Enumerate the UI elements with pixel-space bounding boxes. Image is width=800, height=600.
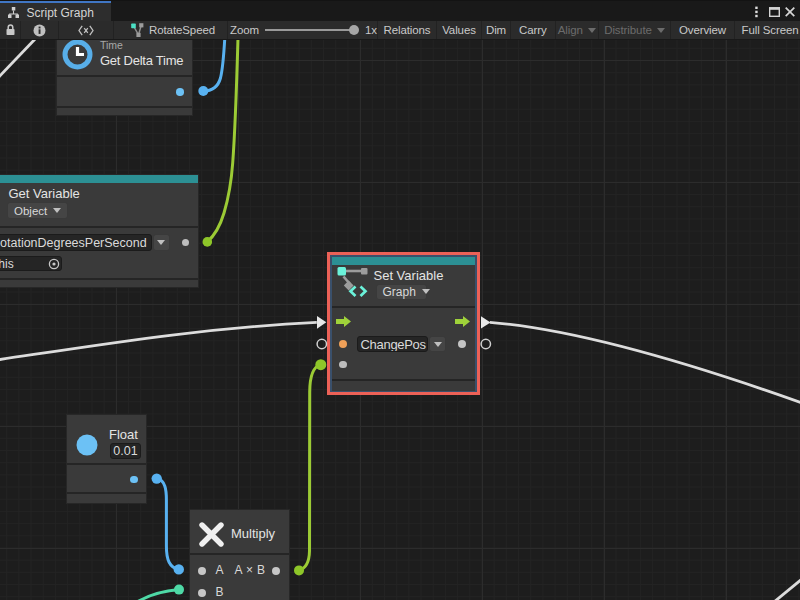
flow-output-port[interactable] xyxy=(455,316,470,327)
output-port-axb[interactable] xyxy=(272,567,280,575)
multiply-icon xyxy=(199,522,224,547)
chevron-down-icon xyxy=(588,28,596,33)
input-port-name[interactable] xyxy=(339,340,347,348)
output-port-float[interactable] xyxy=(130,476,138,484)
graph-variable-icon xyxy=(336,266,371,298)
graph-name: RotateSpeed xyxy=(149,24,215,36)
node-divider xyxy=(0,278,198,280)
toolbar-button-label: Values xyxy=(442,24,476,36)
code-brackets-icon xyxy=(78,25,94,36)
node-title: Multiply xyxy=(231,526,275,541)
node-divider xyxy=(57,75,192,77)
zoom-label: Zoom xyxy=(230,24,259,36)
script-graph-window: Time Get Delta Time Get Variable Object … xyxy=(0,0,800,600)
close-icon[interactable] xyxy=(785,1,795,22)
toolbar-button-relations[interactable]: Relations xyxy=(378,21,437,39)
float-value-field[interactable]: 0.01 xyxy=(110,443,141,459)
node-float[interactable]: Float 0.01 xyxy=(66,414,147,504)
toolbar-button-dim[interactable]: Dim xyxy=(482,21,511,39)
output-port-value[interactable] xyxy=(182,239,190,247)
output-port-delta-time[interactable] xyxy=(176,88,184,96)
chevron-down-icon xyxy=(434,342,442,347)
node-title: Get Variable xyxy=(9,186,80,201)
output-port-value[interactable] xyxy=(458,340,466,348)
variable-name-field[interactable]: RotationDegreesPerSecond xyxy=(0,234,152,251)
zoom-value: 1x xyxy=(365,24,377,36)
port-label-axb: A × B xyxy=(235,563,266,577)
node-divider xyxy=(67,492,146,494)
node-divider xyxy=(67,463,146,465)
port-label-a: A xyxy=(216,563,224,577)
field-value: RotationDegreesPerSecond xyxy=(0,236,147,250)
toolbar-button-label: Dim xyxy=(486,24,506,36)
field-value: ChangePos xyxy=(361,337,426,352)
info-button[interactable] xyxy=(21,21,59,39)
node-title: Set Variable xyxy=(374,268,444,283)
graph-toolbar: RotateSpeed Zoom 1x RelationsValuesDimCa… xyxy=(0,21,800,40)
toolbar-button-label: Relations xyxy=(383,24,430,36)
tab-script-graph[interactable]: Script Graph xyxy=(0,1,111,22)
graph-hierarchy-icon xyxy=(8,7,19,18)
variable-name-dropdown-button[interactable] xyxy=(153,234,170,251)
maximize-icon[interactable] xyxy=(769,1,780,22)
node-get-delta-time[interactable]: Time Get Delta Time xyxy=(56,30,193,116)
object-picker-icon[interactable] xyxy=(48,258,60,270)
info-icon xyxy=(33,24,46,37)
toolbar-button-label: Align xyxy=(558,24,583,36)
input-port-b[interactable] xyxy=(198,589,206,597)
toolbar-button-full-screen[interactable]: Full Screen xyxy=(735,21,800,39)
chevron-down-icon xyxy=(157,240,165,245)
toolbar-button-values[interactable]: Values xyxy=(437,21,482,39)
variables-button[interactable] xyxy=(59,21,114,39)
toolbar-button-label: Distribute xyxy=(604,24,652,36)
variable-kind-label: Graph xyxy=(383,285,416,299)
node-divider xyxy=(332,306,476,308)
graph-breadcrumb[interactable]: RotateSpeed xyxy=(114,21,228,39)
input-port-value[interactable] xyxy=(339,361,347,369)
chevron-down-icon xyxy=(53,208,61,213)
variable-kind-label: Object xyxy=(14,205,47,217)
clock-icon xyxy=(62,39,93,70)
toolbar-button-distribute[interactable]: Distribute xyxy=(599,21,671,39)
variable-kind-dropdown[interactable]: Graph xyxy=(376,284,427,300)
toolbar-button-label: Carry xyxy=(519,24,547,36)
toolbar-button-overview[interactable]: Overview xyxy=(671,21,735,39)
field-value: 0.01 xyxy=(113,444,137,458)
chevron-down-icon xyxy=(422,289,430,294)
float-icon xyxy=(76,434,98,456)
chevron-down-icon xyxy=(657,28,665,33)
node-divider xyxy=(332,379,476,381)
node-multiply[interactable]: Multiply A A × B B xyxy=(189,509,290,600)
zoom-knob[interactable] xyxy=(349,25,359,35)
toolbar-button-group: RelationsValuesDimCarryAlignDistributeOv… xyxy=(378,21,800,39)
node-set-variable[interactable]: Set Variable Graph ChangePos xyxy=(332,257,476,391)
variable-name-dropdown-button[interactable] xyxy=(429,336,446,352)
window-tab-bar: Script Graph xyxy=(0,0,800,21)
node-title: Get Delta Time xyxy=(100,53,183,68)
kebab-menu-icon[interactable] xyxy=(755,1,758,22)
tab-label: Script Graph xyxy=(27,6,94,20)
node-divider xyxy=(190,553,289,555)
toolbar-button-label: Full Screen xyxy=(741,24,798,36)
flow-input-port[interactable] xyxy=(336,316,351,327)
variable-kind-dropdown[interactable]: Object xyxy=(7,202,68,219)
variable-node-header-strip xyxy=(332,257,476,265)
variable-name-field[interactable]: ChangePos xyxy=(357,336,428,352)
toolbar-button-align[interactable]: Align xyxy=(556,21,600,39)
node-get-variable[interactable]: Get Variable Object RotationDegreesPerSe… xyxy=(0,174,199,288)
node-title: Float xyxy=(109,427,138,442)
zoom-control: Zoom 1x xyxy=(228,21,378,39)
lock-icon xyxy=(5,24,16,36)
toolbar-button-label: Overview xyxy=(679,24,726,36)
zoom-slider[interactable] xyxy=(265,29,355,31)
input-port-a[interactable] xyxy=(198,567,206,575)
port-label-b: B xyxy=(216,585,224,599)
field-value: This xyxy=(0,257,14,271)
node-divider xyxy=(57,106,192,108)
script-graph-asset-icon xyxy=(131,23,144,38)
lock-button[interactable] xyxy=(0,21,21,39)
node-divider xyxy=(0,226,198,228)
variable-node-header-strip xyxy=(0,175,198,183)
toolbar-button-carry[interactable]: Carry xyxy=(511,21,556,39)
node-subtitle: Time xyxy=(100,39,123,51)
